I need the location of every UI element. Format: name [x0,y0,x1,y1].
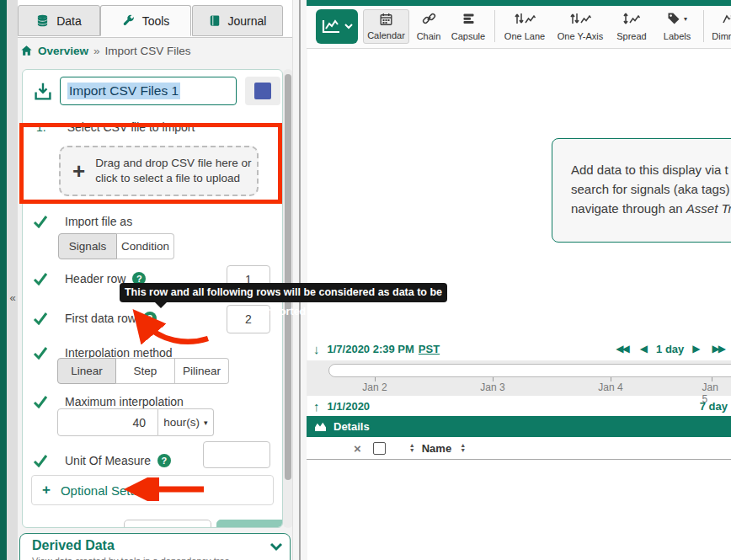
details-column-header-row: × ▲ ▼ Name ▲ ▼ [307,437,731,460]
select-all-checkbox[interactable] [373,442,386,455]
toolbar-separator [703,10,704,42]
seeq-workbench: { "colors":{"teal":"#0e7a64","dark_teal"… [0,0,731,560]
linear-button[interactable]: Linear [57,358,116,384]
toolbar-separator [494,10,495,42]
details-pane-header[interactable]: Details [307,416,731,437]
timezone-link[interactable]: PST [419,343,440,355]
pilinear-button[interactable]: Pilinear [175,358,229,384]
wrench-icon [122,14,135,27]
step-forward-much-button[interactable]: ▶▶ [712,343,724,355]
uom-label: Unit Of Measure [65,454,151,467]
breadcrumb-current: Import CSV Files [105,45,191,57]
breadcrumb-overview-link[interactable]: Overview [38,45,88,57]
sort-down-icon: ▼ [409,448,415,453]
step-button[interactable]: Step [116,358,175,384]
tooltip: This row and all following rows will be … [120,283,447,302]
tab-data[interactable]: Data [18,5,100,36]
derived-data-panel[interactable]: Derived Data View data created by tools … [19,533,291,560]
import-as-row: Import file as [33,215,132,228]
step1-number: 1. [36,120,46,134]
display-range-end-link[interactable]: 1/7/2020 2:39 PM [328,343,414,355]
sort-icon[interactable]: ▲ ▼ [409,443,415,453]
derived-data-subtitle: View data created by tools in a dependen… [32,556,230,560]
timebar-range-selector[interactable] [328,364,731,377]
panel-collapse-strip [7,0,19,560]
toolbar-spread-button[interactable]: Spread [611,9,652,44]
step-forward-button[interactable]: ▶ [692,343,700,355]
uom-row: Unit Of Measure ? [33,454,171,467]
check-icon [33,395,48,408]
toolbar-one-lane-label: One Lane [504,31,545,41]
unit-value: hour(s) [163,416,200,429]
derived-data-title: Derived Data [32,538,115,553]
add-data-message: Add data to this display via t search fo… [552,138,731,243]
tool-name-input[interactable]: Import CSV Files 1 [60,77,237,105]
capsule-icon [462,12,476,25]
tab-journal[interactable]: Journal [192,5,283,36]
calendar-icon [379,13,393,26]
toolbar-chain-button[interactable]: Chain [412,9,446,44]
database-icon [36,14,49,27]
toolbar-calendar-label: Calendar [367,30,405,40]
name-column-header[interactable]: Name [422,442,451,455]
tab-tools[interactable]: Tools [100,5,191,36]
tool-name-value: Import CSV Files 1 [67,83,180,99]
investigate-range-row: ↑ 1/1/2020 7 day [307,396,731,416]
interp-group: Linear Step Pilinear [57,358,229,384]
investigate-range-start-link[interactable]: 1/1/2020 [328,400,371,413]
step1-label: Select CSV file to import [67,120,195,134]
sort-icon[interactable]: ▲ ▼ [460,443,466,453]
dropzone-text: Drag and drop CSV file here or click to … [95,156,255,186]
step-size-label[interactable]: 1 day [656,343,684,355]
area-chart-icon [314,421,327,432]
toolbar-one-lane-button[interactable]: One Lane [499,9,550,44]
max-interp-unit-select[interactable]: hour(s) ▾ [158,408,214,436]
dimming-icon [722,12,731,25]
uom-help-icon[interactable]: ? [157,454,171,467]
check-icon [33,454,48,467]
import-as-label: Import file as [65,215,132,228]
uom-input[interactable] [203,441,270,468]
import-icon [33,82,53,102]
remove-all-icon[interactable]: × [354,441,361,456]
toolbar-capsule-button[interactable]: Capsule [446,9,490,44]
signals-button[interactable]: Signals [58,233,117,259]
message-line-2: search for signals (aka tags) [571,179,731,199]
toolbar-spread-label: Spread [616,31,646,41]
trend-chart-icon [321,19,341,35]
max-interp-input[interactable] [57,408,158,436]
top-accent-strip [307,0,731,6]
toolbar-dimming-button[interactable]: Dimming [707,9,731,44]
toolbar-calendar-button[interactable]: Calendar [363,9,409,44]
axis-label-jan4: Jan 4 [598,381,622,393]
execute-button[interactable] [216,520,283,528]
axis-label-jan3: Jan 3 [480,381,504,393]
color-swatch-button[interactable] [245,77,280,105]
collapse-panel-handle[interactable]: « [8,290,18,307]
step-back-much-button[interactable]: ◀◀ [616,343,627,355]
optional-settings-toggle[interactable]: + Optional Settings [31,475,274,505]
cancel-button[interactable] [124,520,211,528]
first-data-row-label: First data row [65,312,136,325]
arrow-up-icon: ↑ [313,399,320,413]
toolbar-dimming-label: Dimming [712,31,731,41]
duration-label[interactable]: 7 day [700,400,728,413]
condition-button[interactable]: Condition [117,233,174,259]
one-y-axis-icon [569,12,591,25]
chevron-down-icon[interactable] [269,542,283,552]
csv-dropzone[interactable]: + Drag and drop CSV file here or click t… [59,146,259,196]
panel-divider-handle[interactable] [299,0,301,560]
toolbar-one-y-axis-button[interactable]: One Y-Axis [553,9,607,44]
toolbar-chain-label: Chain [417,31,441,41]
view-mode-button[interactable] [316,9,358,44]
color-swatch [254,83,271,99]
panel-scrollbar-thumb[interactable] [285,74,291,480]
left-accent-rail [0,0,7,560]
sort-down-icon: ▼ [460,448,466,453]
toolbar-labels-button[interactable]: ▾ Labels [656,9,698,44]
step1-row: 1. Select CSV file to import [36,120,195,134]
chevron-down-icon: ▾ [684,15,687,23]
step-back-button[interactable]: ◀ [640,343,648,355]
details-title: Details [333,420,370,433]
chevron-down-icon: ▾ [204,419,208,427]
